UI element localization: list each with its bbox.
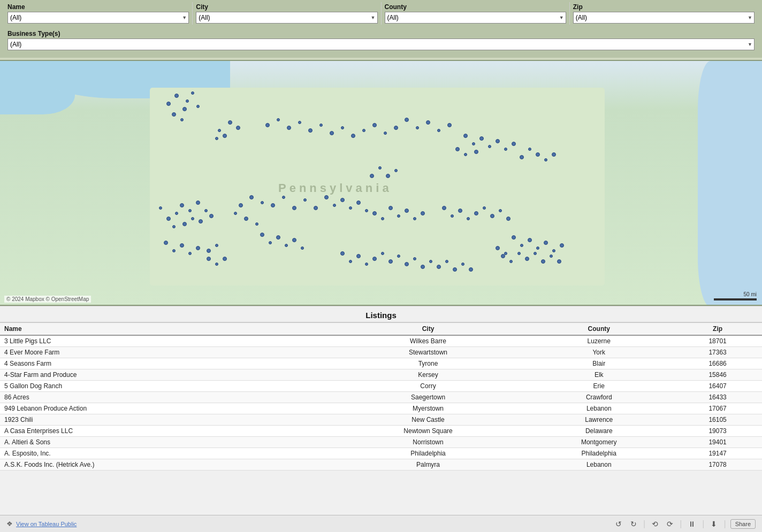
map-dot[interactable]	[437, 129, 440, 132]
map-dot[interactable]	[249, 195, 254, 199]
map-dot[interactable]	[333, 204, 336, 207]
map-dot[interactable]	[421, 211, 425, 215]
map-dot[interactable]	[236, 126, 240, 130]
map-dot[interactable]	[544, 158, 547, 161]
map-dot[interactable]	[496, 246, 500, 250]
map-dot[interactable]	[405, 262, 409, 266]
map-dot[interactable]	[384, 132, 387, 135]
map-dot[interactable]	[287, 126, 291, 130]
map-dot[interactable]	[180, 203, 184, 207]
map-dot[interactable]	[378, 166, 382, 169]
map-dot[interactable]	[340, 198, 345, 202]
table-row[interactable]: 1923 ChiliNew CastleLawrence16105	[0, 414, 762, 426]
map-dot[interactable]	[528, 238, 532, 242]
map-dot[interactable]	[282, 196, 285, 199]
map-dot[interactable]	[397, 214, 400, 218]
map-dot[interactable]	[182, 107, 187, 111]
table-row[interactable]: 4-Star Farm and ProduceKerseyElk15846	[0, 369, 762, 381]
map-dot[interactable]	[474, 150, 478, 154]
map-dot[interactable]	[550, 255, 553, 258]
pause-icon[interactable]: ⏸	[686, 519, 698, 529]
county-select-wrapper[interactable]: (All)	[385, 12, 566, 24]
map-dot[interactable]	[536, 152, 540, 157]
map-dot[interactable]	[196, 201, 200, 205]
map-dot[interactable]	[298, 121, 301, 124]
map-dot[interactable]	[528, 148, 531, 151]
map-dot[interactable]	[560, 243, 564, 248]
table-row[interactable]: 3 Little Pigs LLCWilkes BarreLuzerne1870…	[0, 335, 762, 347]
map-dot[interactable]	[260, 233, 264, 237]
map-dot[interactable]	[370, 174, 374, 178]
map-dot[interactable]	[388, 206, 393, 210]
map-dot[interactable]	[405, 209, 409, 213]
map-dot[interactable]	[228, 120, 232, 125]
map-dot[interactable]	[405, 118, 409, 122]
map-dot[interactable]	[196, 105, 200, 108]
map-dot[interactable]	[536, 246, 539, 250]
map-dot[interactable]	[394, 126, 398, 130]
map-dot[interactable]	[372, 257, 377, 261]
map-dot[interactable]	[483, 206, 486, 210]
tableau-public-link[interactable]: View on Tableau Public	[16, 521, 77, 527]
map-dot[interactable]	[292, 206, 296, 210]
map-dot[interactable]	[525, 257, 529, 261]
map-dot[interactable]	[365, 209, 368, 212]
map-dot[interactable]	[388, 259, 393, 264]
business-select-wrapper[interactable]: (All)	[7, 38, 755, 50]
table-row[interactable]: A. Esposito, Inc.PhiladelphiaPhiladelphi…	[0, 448, 762, 459]
map-dot[interactable]	[277, 118, 280, 121]
map-dot[interactable]	[512, 235, 516, 240]
map-dot[interactable]	[506, 217, 510, 221]
map-dot[interactable]	[301, 246, 304, 250]
map-dot[interactable]	[191, 91, 194, 95]
map-dot[interactable]	[223, 134, 227, 138]
map-dot[interactable]	[303, 198, 307, 202]
share-button[interactable]: Share	[730, 519, 756, 529]
map-dot[interactable]	[324, 195, 329, 199]
map-dot[interactable]	[472, 142, 475, 145]
redo-icon[interactable]: ↻	[628, 519, 639, 529]
map-dot[interactable]	[442, 206, 446, 210]
map-dot[interactable]	[453, 267, 457, 272]
map-dot[interactable]	[381, 252, 384, 255]
map-dot[interactable]	[397, 255, 400, 258]
map-dot[interactable]	[172, 112, 176, 117]
map-dot[interactable]	[381, 217, 384, 220]
map-dot[interactable]	[239, 203, 243, 207]
city-select-wrapper[interactable]: (All)	[196, 12, 377, 24]
map-dot[interactable]	[469, 267, 473, 272]
map-dot[interactable]	[394, 169, 398, 172]
table-row[interactable]: 4 Ever Moore FarmStewartstownYork17363	[0, 347, 762, 358]
map-dot[interactable]	[255, 222, 258, 226]
map-dot[interactable]	[534, 252, 537, 255]
map-dot[interactable]	[166, 102, 171, 106]
map-dot[interactable]	[314, 206, 318, 210]
map-dot[interactable]	[215, 244, 218, 247]
map-dot[interactable]	[437, 265, 441, 269]
map-dot[interactable]	[541, 259, 545, 264]
map-dot[interactable]	[234, 212, 237, 215]
city-select[interactable]: (All)	[196, 12, 377, 24]
map-dot[interactable]	[372, 211, 377, 215]
map-dot[interactable]	[463, 134, 468, 138]
map-dot[interactable]	[188, 209, 192, 212]
refresh-icon[interactable]: ⟳	[665, 519, 675, 529]
map-dot[interactable]	[362, 129, 365, 132]
map-dot[interactable]	[365, 263, 368, 266]
map-dot[interactable]	[509, 260, 513, 263]
map-dot[interactable]	[292, 238, 296, 242]
map-dot[interactable]	[308, 128, 313, 133]
map-dot[interactable]	[180, 243, 184, 248]
map-dot[interactable]	[421, 265, 425, 269]
map-dot[interactable]	[552, 152, 556, 157]
name-select[interactable]: (All)	[7, 12, 189, 24]
map-dot[interactable]	[271, 203, 275, 207]
map-dot[interactable]	[356, 201, 361, 205]
table-row[interactable]: A.S.K. Foods Inc. (Hetrick Ave.)PalmyraL…	[0, 459, 762, 471]
map-dot[interactable]	[340, 251, 345, 256]
map-dot[interactable]	[520, 244, 523, 247]
map-dot[interactable]	[223, 257, 227, 261]
map-dot[interactable]	[426, 120, 430, 125]
map-dot[interactable]	[461, 263, 464, 266]
map-dot[interactable]	[188, 252, 192, 255]
